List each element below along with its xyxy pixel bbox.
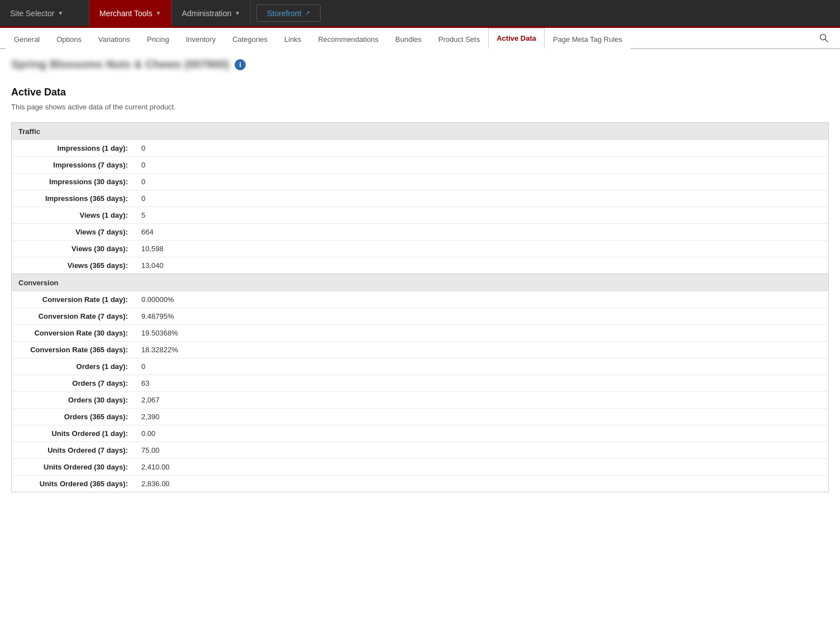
- traffic-row: Views (7 days): 664: [12, 223, 828, 240]
- administration-menu[interactable]: Administration ▼: [172, 0, 251, 26]
- conversion-value: 2,390: [135, 409, 166, 425]
- traffic-row: Views (30 days): 10,598: [12, 240, 828, 257]
- administration-label: Administration: [182, 9, 232, 18]
- traffic-value: 0: [135, 157, 152, 173]
- product-title: Spring Blossoms Nuts & Chews (007900): [11, 58, 229, 71]
- conversion-section: Conversion Conversion Rate (1 day): 0.00…: [11, 274, 829, 492]
- tab-bundles[interactable]: Bundles: [387, 29, 430, 49]
- traffic-value: 0: [135, 174, 152, 190]
- traffic-rows: Impressions (1 day): 0 Impressions (7 da…: [12, 140, 828, 274]
- traffic-row: Impressions (7 days): 0: [12, 156, 828, 173]
- tab-variations[interactable]: Variations: [90, 29, 139, 49]
- conversion-value: 0.00: [135, 425, 162, 442]
- conversion-row: Units Ordered (30 days): 2,410.00: [12, 458, 828, 475]
- site-selector-label: Site Selector: [10, 9, 54, 18]
- conversion-label: Units Ordered (30 days):: [12, 459, 135, 475]
- tab-inventory[interactable]: Inventory: [178, 29, 224, 49]
- product-title-bar: Spring Blossoms Nuts & Chews (007900) i: [11, 58, 829, 78]
- traffic-row: Impressions (30 days): 0: [12, 173, 828, 190]
- merchant-tools-menu[interactable]: Merchant Tools ▼: [89, 0, 172, 26]
- conversion-row: Conversion Rate (7 days): 9.48795%: [12, 308, 828, 324]
- conversion-rows: Conversion Rate (1 day): 0.00000% Conver…: [12, 291, 828, 492]
- conversion-row: Orders (365 days): 2,390: [12, 408, 828, 425]
- conversion-row: Units Ordered (365 days): 2,836.00: [12, 475, 828, 492]
- main-content: Spring Blossoms Nuts & Chews (007900) i …: [0, 49, 840, 501]
- conversion-row: Orders (30 days): 2,067: [12, 391, 828, 408]
- traffic-value: 10,598: [135, 241, 170, 257]
- top-navigation: Site Selector ▼ Merchant Tools ▼ Adminis…: [0, 0, 840, 28]
- traffic-value: 13,040: [135, 257, 170, 274]
- conversion-label: Conversion Rate (7 days):: [12, 308, 135, 324]
- conversion-value: 2,410.00: [135, 459, 176, 475]
- conversion-row: Orders (1 day): 0: [12, 358, 828, 375]
- merchant-tools-chevron: ▼: [156, 10, 161, 16]
- tab-categories[interactable]: Categories: [224, 29, 276, 49]
- conversion-value: 63: [135, 375, 156, 391]
- conversion-row: Conversion Rate (30 days): 19.50368%: [12, 324, 828, 341]
- traffic-row: Impressions (365 days): 0: [12, 190, 828, 207]
- page-heading: Active Data: [11, 87, 829, 98]
- conversion-section-header: Conversion: [12, 274, 828, 291]
- conversion-row: Units Ordered (1 day): 0.00: [12, 425, 828, 442]
- conversion-row: Conversion Rate (365 days): 18.32822%: [12, 341, 828, 358]
- administration-chevron: ▼: [235, 10, 240, 16]
- conversion-row: Conversion Rate (1 day): 0.00000%: [12, 291, 828, 308]
- merchant-tools-label: Merchant Tools: [99, 9, 152, 18]
- site-selector[interactable]: Site Selector ▼: [0, 0, 89, 26]
- traffic-label: Impressions (30 days):: [12, 174, 135, 190]
- tab-page-meta-tag-rules[interactable]: Page Meta Tag Rules: [545, 29, 631, 49]
- conversion-label: Conversion Rate (365 days):: [12, 342, 135, 358]
- tab-links[interactable]: Links: [276, 29, 309, 49]
- traffic-value: 0: [135, 190, 152, 207]
- conversion-label: Orders (7 days):: [12, 375, 135, 391]
- conversion-row: Units Ordered (7 days): 75.00: [12, 442, 828, 458]
- traffic-label: Views (30 days):: [12, 241, 135, 257]
- traffic-row: Views (1 day): 5: [12, 207, 828, 223]
- conversion-value: 0.00000%: [135, 291, 181, 308]
- traffic-label: Impressions (365 days):: [12, 190, 135, 207]
- tab-general[interactable]: General: [6, 29, 48, 49]
- conversion-label: Units Ordered (7 days):: [12, 442, 135, 458]
- conversion-label: Conversion Rate (30 days):: [12, 325, 135, 341]
- tab-options[interactable]: Options: [48, 29, 90, 49]
- traffic-section: Traffic Impressions (1 day): 0 Impressio…: [11, 122, 829, 274]
- conversion-label: Orders (1 day):: [12, 358, 135, 375]
- conversion-value: 2,067: [135, 392, 166, 408]
- traffic-label: Views (365 days):: [12, 257, 135, 274]
- tab-product-sets[interactable]: Product Sets: [430, 29, 488, 49]
- conversion-row: Orders (7 days): 63: [12, 375, 828, 391]
- traffic-row: Views (365 days): 13,040: [12, 257, 828, 274]
- conversion-value: 18.32822%: [135, 342, 185, 358]
- conversion-value: 75.00: [135, 442, 166, 458]
- conversion-value: 19.50368%: [135, 325, 185, 341]
- conversion-label: Units Ordered (365 days):: [12, 476, 135, 492]
- traffic-label: Impressions (7 days):: [12, 157, 135, 173]
- traffic-label: Impressions (1 day):: [12, 140, 135, 156]
- tab-bar: General Options Variations Pricing Inven…: [0, 28, 840, 49]
- traffic-value: 5: [135, 207, 152, 223]
- traffic-label: Views (1 day):: [12, 207, 135, 223]
- conversion-label: Orders (365 days):: [12, 409, 135, 425]
- tab-active-data[interactable]: Active Data: [488, 28, 545, 49]
- traffic-label: Views (7 days):: [12, 224, 135, 240]
- conversion-value: 9.48795%: [135, 308, 181, 324]
- tab-search-icon[interactable]: [813, 30, 834, 48]
- traffic-value: 0: [135, 140, 152, 156]
- conversion-value: 2,836.00: [135, 476, 176, 492]
- external-link-icon: ↗: [305, 9, 310, 17]
- conversion-label: Units Ordered (1 day):: [12, 425, 135, 442]
- storefront-link[interactable]: Storefront ↗: [256, 4, 320, 22]
- traffic-row: Impressions (1 day): 0: [12, 140, 828, 156]
- tab-pricing[interactable]: Pricing: [139, 29, 178, 49]
- site-selector-chevron: ▼: [58, 10, 63, 16]
- conversion-label: Conversion Rate (1 day):: [12, 291, 135, 308]
- conversion-value: 0: [135, 358, 152, 375]
- page-description: This page shows active data of the curre…: [11, 103, 829, 111]
- traffic-section-header: Traffic: [12, 123, 828, 140]
- conversion-label: Orders (30 days):: [12, 392, 135, 408]
- tab-recommendations[interactable]: Recommendations: [309, 29, 386, 49]
- traffic-value: 664: [135, 224, 160, 240]
- info-icon[interactable]: i: [235, 59, 246, 70]
- storefront-label: Storefront: [267, 9, 301, 18]
- svg-line-1: [825, 40, 828, 42]
